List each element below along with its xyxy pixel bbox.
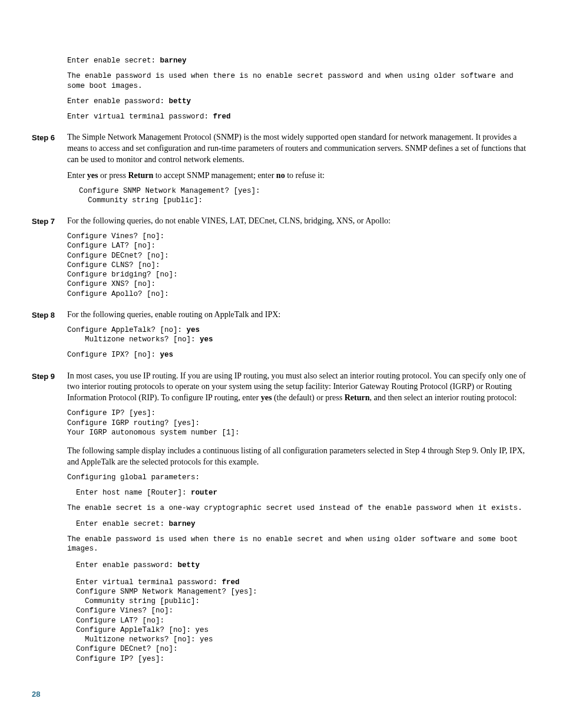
t-bold: Return	[128, 171, 153, 180]
t: Configure AppleTalk? [no]:	[67, 326, 187, 334]
t: Configure IPX? [no]:	[67, 351, 160, 359]
intro-block: Enter enable secret: barney The enable p…	[67, 56, 530, 121]
t: , and then select an interior routing pr…	[369, 393, 517, 402]
t: Multizone networks? [no]:	[67, 335, 200, 344]
step7-code: Configure Vines? [no]: Configure LAT? [n…	[67, 232, 530, 299]
t-bold: no	[276, 171, 285, 180]
t-bold: yes	[187, 326, 200, 334]
step-body: The Simple Network Management Protocol (…	[67, 132, 530, 205]
t: Enter host name [Router]:	[67, 489, 191, 497]
t-bold: betty	[178, 561, 200, 569]
step8-p1: For the following queries, enable routin…	[67, 309, 530, 321]
step9-code6: The enable password is used when there i…	[67, 535, 530, 554]
step-body: For the following queries, enable routin…	[67, 309, 530, 360]
code-bold: barney	[160, 57, 187, 65]
t-bold: yes	[261, 393, 272, 402]
t: to accept SNMP management; enter	[153, 171, 276, 180]
t-bold: yes	[200, 335, 213, 344]
step-label: Step 8	[32, 309, 67, 360]
code-text: Enter virtual terminal password:	[67, 113, 213, 121]
step9-code4: The enable secret is a one-way cryptogra…	[67, 503, 530, 513]
code-bold: betty	[169, 97, 191, 106]
t: to refuse it:	[285, 171, 325, 180]
step-label: Step 6	[32, 132, 67, 205]
step-body: For the following queries, do not enable…	[67, 216, 530, 299]
code-enable-secret: Enter enable secret: barney	[67, 56, 530, 65]
step9-code7: Enter enable password: betty	[67, 561, 530, 570]
step9-code5: Enter enable secret: barney	[67, 519, 530, 529]
step-label: Step 9	[32, 371, 67, 664]
step9-code1: Configure IP? [yes]: Configure IGRP rout…	[67, 409, 530, 437]
page-number: 28	[32, 689, 40, 700]
t: or press	[98, 171, 128, 180]
code-text: Enter enable secret:	[67, 57, 160, 65]
code-text: Enter enable password:	[67, 97, 169, 106]
step8-code2: Configure IPX? [no]: yes	[67, 350, 530, 360]
step-label: Step 7	[32, 216, 67, 299]
t-bold: router	[191, 489, 217, 497]
code-bold: fred	[213, 113, 231, 121]
page: Enter enable secret: barney The enable p…	[0, 0, 562, 728]
step-body: In most cases, you use IP routing. If yo…	[67, 371, 530, 664]
t: Enter enable password:	[67, 561, 178, 569]
t: Enter enable secret:	[67, 520, 169, 528]
step7-p1: For the following queries, do not enable…	[67, 216, 530, 227]
t-bold: yes	[87, 171, 98, 180]
step-8: Step 8 For the following queries, enable…	[32, 309, 530, 360]
t-bold: yes	[160, 351, 174, 359]
step6-p2: Enter yes or press Return to accept SNMP…	[67, 170, 530, 182]
code-vty-password: Enter virtual terminal password: fred	[67, 112, 530, 121]
t-bold: Return	[345, 393, 370, 402]
step9-code2: Configuring global parameters:	[67, 473, 530, 482]
t-bold: barney	[169, 520, 196, 528]
step9-p1: In most cases, you use IP routing. If yo…	[67, 371, 530, 404]
t: Configure SNMP Network Management? [yes]…	[67, 588, 257, 663]
code-para-enable-password-note: The enable password is used when there i…	[67, 71, 530, 91]
step8-code1: Configure AppleTalk? [no]: yes Multizone…	[67, 325, 530, 345]
t: (the default) or press	[272, 393, 344, 402]
t: Enter	[67, 171, 87, 180]
step6-code: Configure SNMP Network Management? [yes]…	[79, 186, 530, 206]
step-6: Step 6 The Simple Network Management Pro…	[32, 132, 530, 205]
step9-code3: Enter host name [Router]: router	[67, 488, 530, 498]
step9-p2: The following sample display includes a …	[67, 446, 530, 468]
code-enable-password: Enter enable password: betty	[67, 97, 530, 106]
step-9: Step 9 In most cases, you use IP routing…	[32, 371, 530, 664]
step-7: Step 7 For the following queries, do not…	[32, 216, 530, 299]
t-bold: fred	[222, 578, 240, 587]
step6-p1: The Simple Network Management Protocol (…	[67, 132, 530, 166]
t: Enter virtual terminal password:	[67, 578, 222, 587]
step9-code8-9: Enter virtual terminal password: fred Co…	[67, 578, 530, 664]
